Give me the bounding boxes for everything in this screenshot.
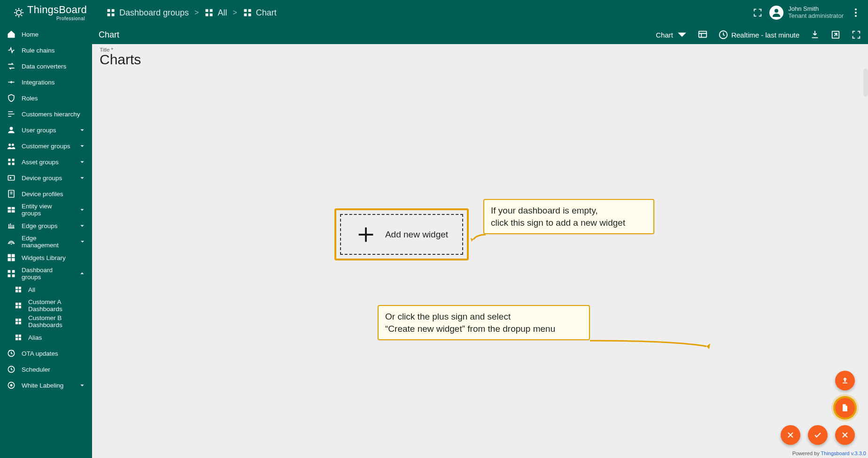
sidebar-item-dashboard-groups[interactable]: Dashboard groups xyxy=(0,266,92,282)
svg-rect-12 xyxy=(248,14,251,16)
dashboard-canvas: Add new widget If your dashboard is empt… xyxy=(92,68,868,458)
sidebar-item-widgets-library[interactable]: Widgets Library xyxy=(0,250,92,266)
sidebar-item-white-labeling[interactable]: White Labeling xyxy=(0,377,92,393)
fab-upload[interactable] xyxy=(835,371,855,390)
sidebar-item-device-profiles[interactable]: Device profiles xyxy=(0,186,92,202)
svg-rect-52 xyxy=(16,335,18,337)
svg-rect-2 xyxy=(112,9,115,12)
breadcrumb-item-dashboard-groups[interactable]: Dashboard groups xyxy=(106,8,189,18)
powered-link[interactable]: Thingsboard v.3.3.0 xyxy=(821,450,866,456)
svg-rect-53 xyxy=(19,335,21,337)
svg-rect-11 xyxy=(244,14,247,16)
svg-rect-37 xyxy=(12,270,15,273)
sidebar-item-scheduler[interactable]: Scheduler xyxy=(0,361,92,377)
sidebar-item-all[interactable]: All xyxy=(0,282,92,298)
sidebar-item-device-groups[interactable]: Device groups xyxy=(0,170,92,186)
svg-rect-8 xyxy=(210,14,213,16)
svg-rect-32 xyxy=(8,254,11,258)
breadcrumb-item-chart[interactable]: Chart xyxy=(243,8,277,18)
svg-point-17 xyxy=(10,127,13,130)
svg-rect-10 xyxy=(248,9,251,12)
sidebar-item-customer-a-dashboards[interactable]: Customer A Dashboards xyxy=(0,298,92,313)
svg-point-18 xyxy=(8,144,11,146)
sidebar-item-label: Customer groups xyxy=(22,143,70,150)
sidebar-item-label: Integrations xyxy=(22,79,55,86)
svg-rect-36 xyxy=(8,270,11,273)
sidebar-item-label: Edge groups xyxy=(22,222,58,229)
widgets-icon xyxy=(7,253,16,262)
sidebar-item-customers-hierarchy[interactable]: Customers hierarchy xyxy=(0,106,92,122)
sidebar-item-asset-groups[interactable]: Asset groups xyxy=(0,154,92,170)
powered-prefix: Powered by xyxy=(792,450,821,456)
chevron-up-icon xyxy=(78,269,86,278)
sidebar-item-home[interactable]: Home xyxy=(0,26,92,42)
sidebar-item-ota-updates[interactable]: OTA updates xyxy=(0,345,92,361)
callout-line: If your dashboard is empty, xyxy=(491,205,647,217)
sidebar-item-roles[interactable]: Roles xyxy=(0,90,92,106)
sidebar-item-label: Device profiles xyxy=(22,191,63,198)
svg-rect-33 xyxy=(12,254,15,258)
svg-rect-7 xyxy=(206,14,209,16)
svg-rect-3 xyxy=(108,14,110,16)
dashboard-icon xyxy=(243,8,252,17)
download-icon[interactable] xyxy=(810,30,820,40)
sidebar-item-user-groups[interactable]: User groups xyxy=(0,122,92,138)
sidebar-item-edge-management[interactable]: Edge management xyxy=(0,234,92,250)
sidebar-item-rule-chains[interactable]: Rule chains xyxy=(0,42,92,58)
sidebar-item-alias[interactable]: Alias xyxy=(0,329,92,345)
chevron-down-icon xyxy=(78,142,86,150)
fab-close[interactable] xyxy=(835,425,855,445)
export-icon[interactable] xyxy=(830,30,841,40)
svg-rect-30 xyxy=(12,210,15,213)
svg-point-59 xyxy=(10,384,13,387)
svg-rect-50 xyxy=(16,322,18,324)
top-header: ThingsBoard Professional Dashboard group… xyxy=(0,0,868,25)
state-select[interactable]: Chart xyxy=(656,30,687,40)
svg-rect-38 xyxy=(8,275,11,277)
fab-create-widget[interactable] xyxy=(835,398,855,418)
svg-rect-22 xyxy=(8,163,10,165)
sidebar-item-label: OTA updates xyxy=(22,350,58,357)
profile-icon xyxy=(7,189,16,198)
fab-apply[interactable] xyxy=(808,425,828,445)
svg-rect-45 xyxy=(19,303,21,305)
svg-rect-28 xyxy=(12,207,15,209)
sidebar-item-edge-groups[interactable]: Edge groups xyxy=(0,218,92,234)
layout-settings-icon[interactable] xyxy=(698,30,708,40)
sidebar-item-customer-b-dashboards[interactable]: Customer B Dashboards xyxy=(0,313,92,329)
breadcrumb-sep: > xyxy=(232,8,237,17)
svg-rect-21 xyxy=(12,159,15,161)
hierarchy-icon xyxy=(7,109,16,119)
fab-cancel-add[interactable] xyxy=(781,425,800,445)
add-widget-label: Add new widget xyxy=(385,229,448,240)
user-menu[interactable]: John Smith Tenant administrator xyxy=(769,6,844,20)
sidebar-item-integrations[interactable]: Integrations xyxy=(0,74,92,90)
svg-rect-42 xyxy=(16,290,18,292)
sidebar-item-label: Dashboard groups xyxy=(22,267,72,281)
sidebar-item-label: Rule chains xyxy=(22,47,55,54)
plus-icon xyxy=(355,224,377,245)
sidebar-item-data-converters[interactable]: Data converters xyxy=(0,58,92,74)
sidebar-item-entity-view-groups[interactable]: Entity view groups xyxy=(0,202,92,218)
svg-rect-40 xyxy=(16,287,18,289)
fullscreen-icon[interactable] xyxy=(851,30,861,40)
timewindow-button[interactable]: Realtime - last minute xyxy=(718,30,799,40)
chevron-down-icon xyxy=(78,237,86,246)
sidebar-item-label: Customer B Dashboards xyxy=(28,314,86,328)
check-icon xyxy=(813,430,822,440)
dashboard-icon xyxy=(204,8,214,17)
breadcrumb-item-all[interactable]: All xyxy=(204,8,227,18)
ota-icon xyxy=(7,349,16,358)
dash-icon xyxy=(14,285,23,294)
svg-rect-47 xyxy=(19,306,21,308)
app-logo[interactable]: ThingsBoard Professional xyxy=(0,5,92,21)
scrollbar[interactable] xyxy=(863,69,868,97)
add-new-widget-button[interactable]: Add new widget xyxy=(340,214,463,255)
thingsboard-logo-icon xyxy=(13,7,24,18)
svg-rect-39 xyxy=(12,275,15,277)
kebab-menu-icon[interactable] xyxy=(850,7,861,18)
file-icon xyxy=(840,403,850,412)
dash-icon xyxy=(14,317,23,326)
sidebar-item-customer-groups[interactable]: Customer groups xyxy=(0,138,92,154)
fullscreen-icon[interactable] xyxy=(752,8,763,18)
